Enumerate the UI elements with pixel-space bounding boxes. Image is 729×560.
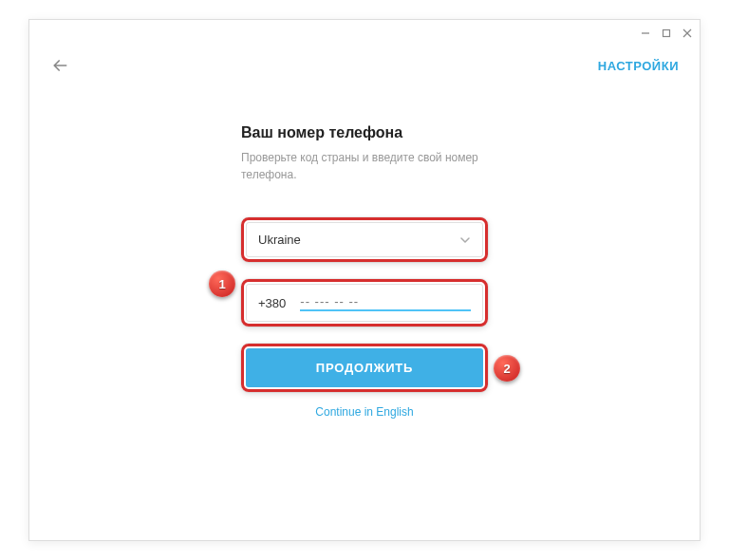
settings-link[interactable]: НАСТРОЙКИ [598, 59, 679, 73]
maximize-button[interactable] [660, 27, 673, 40]
svg-rect-1 [664, 30, 670, 37]
arrow-left-icon [50, 56, 69, 75]
country-field-highlight: Ukraine [241, 217, 488, 262]
country-select[interactable]: Ukraine [246, 222, 483, 257]
minimize-button[interactable] [639, 27, 652, 40]
close-button[interactable] [681, 27, 694, 40]
page-title: Ваш номер телефона [241, 124, 488, 141]
continue-button[interactable]: ПРОДОЛЖИТЬ [246, 348, 483, 387]
phone-field-highlight: +380 [241, 279, 488, 327]
annotation-marker-1: 1 [209, 271, 235, 297]
chevron-down-icon [459, 234, 471, 246]
annotation-marker-2: 2 [494, 355, 520, 382]
dial-code: +380 [258, 296, 287, 310]
back-button[interactable] [50, 56, 69, 75]
continue-button-highlight: ПРОДОЛЖИТЬ [241, 344, 488, 392]
language-switch-link[interactable]: Continue in English [241, 405, 488, 419]
login-form: Ваш номер телефона Проверьте код страны … [241, 124, 488, 419]
country-value: Ukraine [258, 233, 301, 247]
page-subtitle: Проверьте код страны и введите свой номе… [241, 149, 488, 183]
window-titlebar [29, 20, 700, 47]
app-window: НАСТРОЙКИ Ваш номер телефона Проверьте к… [28, 19, 701, 541]
top-bar: НАСТРОЙКИ [29, 47, 700, 75]
phone-input[interactable] [300, 294, 471, 311]
phone-row: +380 [246, 284, 483, 322]
